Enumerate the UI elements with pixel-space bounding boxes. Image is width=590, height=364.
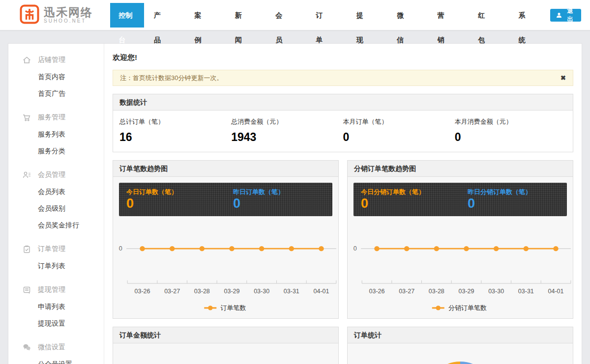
svg-text:04-01: 04-01 (548, 288, 564, 295)
nav-item-7[interactable]: 微信 (388, 3, 416, 28)
bottom-panels-row: 订单金额统计订单统计 (113, 327, 573, 364)
logout-button[interactable]: 退出 (550, 9, 581, 22)
sidebar-section-label: 微信设置 (38, 343, 65, 352)
sidebar-section-1: 服务管理服务列表服务分类 (8, 109, 104, 159)
svg-text:03-26: 03-26 (369, 288, 385, 295)
svg-text:0: 0 (354, 245, 357, 252)
sidebar-section-3: 订单管理订单列表 (8, 241, 104, 274)
screen: 迅禾网络 SUHOO.NET 控制台产品案例新闻会员订单提现微信营销红包系统 退… (0, 0, 590, 364)
sidebar-section-0: 店铺管理首页内容首页广告 (8, 52, 104, 102)
sidebar-section-title-2[interactable]: 会员管理 (8, 167, 104, 183)
main-card: 店铺管理首页内容首页广告服务管理服务列表服务分类会员管理会员列表会员级别会员奖金… (8, 43, 582, 364)
yesterday-stat: 昨日订单数（笔）0 (226, 183, 332, 216)
main-content: 欢迎您! 注：首页统计数据30分钟更新一次。 ✖ 数据统计 总计订单（笔）16总… (104, 44, 582, 364)
home-icon (23, 56, 31, 64)
sidebar-item[interactable]: 提现设置 (8, 315, 104, 332)
today-stat-label: 今日订单数（笔） (126, 188, 226, 196)
sidebar: 店铺管理首页内容首页广告服务管理服务列表服务分类会员管理会员列表会员级别会员奖金… (8, 44, 104, 364)
top-navbar: 迅禾网络 SUHOO.NET 控制台产品案例新闻会员订单提现微信营销红包系统 退… (0, 0, 590, 30)
nav-item-1[interactable]: 产品 (145, 3, 174, 28)
stat-value: 0 (343, 131, 455, 144)
stat-cell-3: 本月消费金额（元）0 (455, 117, 566, 144)
order-stats-pie-chart (426, 362, 494, 364)
stat-label: 总计订单（笔） (119, 117, 231, 126)
sidebar-section-title-4[interactable]: 提现管理 (8, 281, 104, 298)
nav-item-8[interactable]: 营销 (429, 3, 457, 28)
yesterday-stat-value: 0 (233, 196, 332, 211)
nav-item-0[interactable]: 控制台 (110, 3, 145, 28)
stat-value: 1943 (231, 131, 343, 144)
today-stat-value: 0 (126, 196, 226, 211)
svg-text:03-27: 03-27 (164, 288, 180, 295)
nav-item-10[interactable]: 系统 (509, 3, 538, 28)
sidebar-section-label: 会员管理 (38, 170, 65, 179)
nav-item-3[interactable]: 新闻 (226, 3, 255, 28)
sidebar-section-title-1[interactable]: 服务管理 (8, 109, 104, 126)
yesterday-stat-label: 昨日分销订单数（笔） (468, 188, 567, 196)
brand-title: 迅禾网络 (44, 6, 93, 18)
brand-logo[interactable]: 迅禾网络 SUHOO.NET (20, 4, 98, 26)
sidebar-item[interactable]: 首页内容 (8, 68, 104, 85)
members-icon (23, 171, 31, 179)
sidebar-item[interactable]: 申请列表 (8, 298, 104, 315)
trend-panel-title: 分销订单笔数趋势图 (348, 161, 573, 177)
sidebar-item[interactable]: 服务分类 (8, 142, 104, 159)
svg-text:03-31: 03-31 (518, 288, 534, 295)
sidebar-section-label: 服务管理 (38, 113, 65, 122)
svg-text:订单笔数: 订单笔数 (221, 304, 246, 311)
stat-label: 本月订单（笔） (343, 117, 455, 126)
withdraw-icon (23, 286, 31, 294)
nav-item-5[interactable]: 订单 (307, 3, 336, 28)
bottom-panel-title: 订单统计 (348, 327, 573, 343)
sidebar-section-title-5[interactable]: 微信设置 (8, 339, 104, 356)
welcome-heading: 欢迎您! (113, 53, 573, 62)
sidebar-item[interactable]: 会员列表 (8, 183, 104, 200)
close-icon[interactable]: ✖ (560, 74, 566, 82)
trend-line-chart: 003-2603-2703-2803-2903-3003-3104-01分销订单… (348, 222, 573, 318)
svg-text:03-30: 03-30 (254, 288, 269, 295)
nav-item-9[interactable]: 红包 (469, 3, 498, 28)
stat-label: 本月消费金额（元） (455, 117, 566, 126)
sidebar-section-label: 店铺管理 (38, 56, 65, 64)
notice-bar: 注：首页统计数据30分钟更新一次。 ✖ (113, 70, 573, 86)
nav-item-2[interactable]: 案例 (185, 3, 214, 28)
yesterday-stat-label: 昨日订单数（笔） (233, 188, 332, 196)
nav-item-4[interactable]: 会员 (266, 3, 295, 28)
trend-panel-title: 订单笔数趋势图 (113, 161, 338, 177)
sidebar-section-5: 微信设置公众号设置 (8, 339, 104, 364)
svg-text:03-27: 03-27 (399, 288, 414, 295)
yesterday-stat-value: 0 (468, 196, 567, 211)
sidebar-item[interactable]: 会员级别 (8, 200, 104, 217)
today-yesterday-summary-box: 今日订单数（笔）0昨日订单数（笔）0 (119, 183, 332, 216)
sidebar-item[interactable]: 订单列表 (8, 257, 104, 274)
today-stat: 今日分销订单数（笔）0 (354, 183, 460, 216)
trend-panel-0: 订单笔数趋势图今日订单数（笔）0昨日订单数（笔）0003-2603-2703-2… (113, 160, 339, 319)
svg-text:分销订单笔数: 分销订单笔数 (448, 304, 487, 311)
orders-icon (23, 245, 31, 253)
stat-cell-2: 本月订单（笔）0 (343, 117, 455, 144)
today-yesterday-summary-box: 今日分销订单数（笔）0昨日分销订单数（笔）0 (354, 183, 567, 216)
stat-value: 16 (119, 131, 231, 144)
bottom-panel-1: 订单统计 (347, 327, 573, 364)
svg-text:03-29: 03-29 (459, 288, 474, 295)
svg-text:03-31: 03-31 (284, 288, 299, 295)
trend-charts-row: 订单笔数趋势图今日订单数（笔）0昨日订单数（笔）0003-2603-2703-2… (113, 160, 573, 319)
nav-menu: 控制台产品案例新闻会员订单提现微信营销红包系统 (110, 0, 550, 30)
sidebar-item[interactable]: 会员奖金排行 (8, 217, 104, 233)
stats-body: 总计订单（笔）16总消费金额（元）1943本月订单（笔）0本月消费金额（元）0 (113, 111, 573, 152)
today-stat: 今日订单数（笔）0 (119, 183, 226, 216)
nav-item-6[interactable]: 提现 (348, 3, 376, 28)
logout-label: 退出 (565, 7, 575, 24)
svg-text:03-30: 03-30 (488, 288, 504, 295)
stat-cell-1: 总消费金额（元）1943 (231, 117, 343, 144)
sidebar-item[interactable]: 首页广告 (8, 85, 104, 102)
sidebar-section-title-3[interactable]: 订单管理 (8, 241, 104, 257)
sidebar-section-label: 订单管理 (38, 245, 65, 253)
bottom-panel-0: 订单金额统计 (113, 327, 339, 364)
sidebar-item[interactable]: 公众号设置 (8, 356, 104, 364)
sidebar-item[interactable]: 服务列表 (8, 126, 104, 142)
svg-text:03-28: 03-28 (194, 288, 210, 295)
sidebar-section-title-0[interactable]: 店铺管理 (8, 52, 104, 68)
svg-text:03-26: 03-26 (135, 288, 150, 295)
today-stat-label: 今日分销订单数（笔） (361, 188, 460, 196)
